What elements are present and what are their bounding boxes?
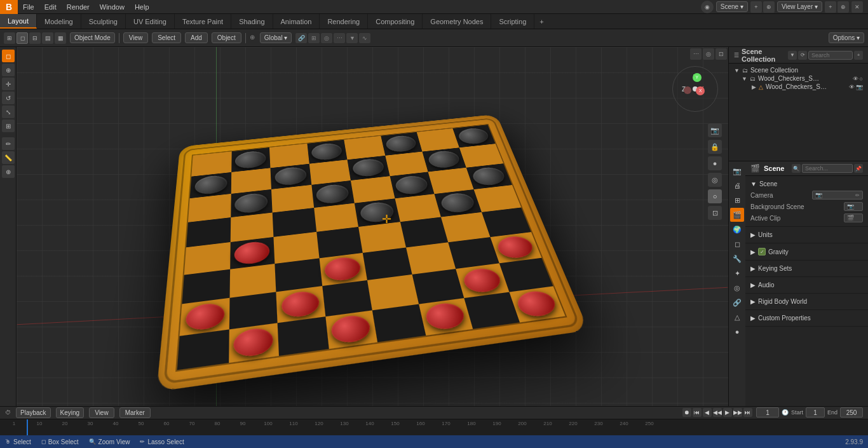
tab-layout[interactable]: Layout	[0, 14, 37, 29]
red-piece-7-3[interactable]	[330, 313, 372, 344]
skip-end-btn[interactable]: ⏭	[743, 408, 752, 417]
new-scene-btn[interactable]: +	[750, 1, 762, 13]
props-search-btn[interactable]: 🔍	[792, 164, 801, 173]
link-icon[interactable]: 🔗	[295, 33, 307, 43]
proportional-falloff-icon[interactable]: ⋯	[334, 33, 345, 43]
move-tool-btn[interactable]: ✛	[2, 78, 15, 90]
red-piece-5-7[interactable]	[494, 234, 536, 260]
world-props-btn[interactable]: 🌍	[730, 222, 744, 236]
tab-compositing[interactable]: Compositing	[368, 14, 423, 29]
tab-texture-paint[interactable]: Texture Paint	[175, 14, 231, 29]
outliner-sync-btn[interactable]: ⟳	[798, 51, 807, 60]
add-cube-btn[interactable]: ⊕	[2, 165, 15, 178]
timeline-view-btn[interactable]: View	[89, 407, 114, 418]
menu-window[interactable]: Window	[95, 0, 130, 13]
view-btn[interactable]: View	[123, 32, 149, 43]
tab-rendering[interactable]: Rendering	[320, 14, 368, 29]
black-piece-2-7[interactable]	[470, 166, 507, 186]
play-btn[interactable]: ▶	[723, 408, 732, 417]
black-piece-1-0[interactable]	[194, 174, 227, 195]
x-btn[interactable]: ✕	[851, 1, 863, 13]
tab-animation[interactable]: Animation	[273, 14, 320, 29]
obj-visibility-icon[interactable]: 👁	[849, 84, 855, 90]
start-frame[interactable]: 1	[806, 407, 825, 417]
active-clip-value[interactable]: 🎬	[844, 214, 863, 222]
copy-layer-btn[interactable]: ⊕	[837, 1, 849, 13]
red-piece-6-6[interactable]	[461, 266, 503, 294]
menu-help[interactable]: Help	[130, 0, 154, 13]
add-btn[interactable]: Add	[185, 32, 208, 43]
playback-dropdown[interactable]: Playback	[16, 407, 51, 418]
outliner-item-checkers-object[interactable]: ▶ △ Wood_Checkers_Set_Gar 👁 📷	[731, 83, 865, 91]
record-btn[interactable]: ⏺	[682, 408, 691, 417]
scene-section-title[interactable]: ▼ Scene	[750, 179, 863, 189]
wave-icon[interactable]: ∿	[359, 33, 370, 43]
output-props-btn[interactable]: 🖨	[730, 179, 744, 193]
bg-scene-value[interactable]: 📷	[844, 202, 863, 211]
black-piece-1-4[interactable]	[351, 158, 385, 178]
red-piece-7-7[interactable]	[514, 289, 559, 318]
copy-scene-btn[interactable]: ⊕	[763, 1, 775, 13]
visibility-icon[interactable]: 👁	[853, 76, 858, 82]
props-pin-btn[interactable]: 📌	[854, 164, 863, 173]
lock-camera-btn[interactable]: 🔒	[708, 140, 722, 154]
toolbar-icon-4[interactable]: ▤	[42, 32, 53, 44]
camera-value[interactable]: 📷 ✏	[812, 191, 863, 200]
current-frame[interactable]: 1	[756, 407, 779, 417]
rigid-body-section-title[interactable]: ▶ Rigid Body World	[750, 296, 863, 307]
timeline-body[interactable]: 1 10 20 30 40 50 60 70 80 90 100 110 120…	[0, 419, 868, 435]
red-piece-7-5[interactable]	[423, 301, 467, 332]
red-piece-4-1[interactable]	[234, 240, 269, 265]
add-workspace-btn[interactable]: +	[534, 18, 548, 25]
black-piece-1-2[interactable]	[274, 166, 307, 186]
magnet-icon[interactable]: ⊞	[308, 33, 320, 43]
skip-start-btn[interactable]: ⏮	[693, 408, 702, 417]
red-piece-6-0[interactable]	[184, 301, 224, 332]
tab-scripting[interactable]: Scripting	[491, 14, 534, 29]
render-props-btn[interactable]: 📷	[730, 164, 744, 178]
tab-uv-editing[interactable]: UV Editing	[126, 14, 175, 29]
physics-props-btn[interactable]: ◎	[730, 281, 744, 295]
tab-geometry-nodes[interactable]: Geometry Nodes	[423, 14, 491, 29]
options-dropdown[interactable]: Options ▾	[829, 32, 864, 43]
material-props-btn[interactable]: ●	[730, 325, 744, 339]
view-layer-selector[interactable]: View Layer ▾	[777, 1, 822, 12]
black-piece-0-1[interactable]	[235, 149, 266, 169]
outliner-search[interactable]	[808, 51, 853, 60]
black-piece-0-3[interactable]	[311, 142, 343, 161]
camera-edit-btn[interactable]: ✏	[855, 193, 860, 198]
keying-section-title[interactable]: ▶ Keying Sets	[750, 263, 863, 274]
menu-render[interactable]: Render	[62, 0, 95, 13]
wireframe-view-btn[interactable]: ⊡	[708, 206, 722, 220]
view-layer-props-btn[interactable]: ⊞	[730, 193, 744, 207]
constraints-props-btn[interactable]: 🔗	[730, 295, 744, 309]
annotate-tool-btn[interactable]: ✏	[2, 137, 15, 150]
red-piece-7-1[interactable]	[233, 326, 273, 358]
cursor-tool-btn[interactable]: ⊕	[2, 64, 15, 76]
outliner-item-checkers-collection[interactable]: ▼ 🗂 Wood_Checkers_Set_Game_B 👁 ○	[731, 74, 865, 83]
toolbar-icon-2[interactable]: ◻	[17, 32, 28, 44]
black-piece-2-3[interactable]	[315, 183, 349, 205]
viewport-overlay-icon[interactable]: ◎	[703, 48, 714, 60]
tab-sculpting[interactable]: Sculpting	[81, 14, 126, 29]
object-props-btn[interactable]: ◻	[730, 237, 744, 251]
proportional-icon[interactable]: ◎	[321, 33, 332, 43]
gravity-checkbox[interactable]: ✓	[758, 248, 766, 255]
viewport-shading-icon[interactable]: ⋯	[690, 48, 702, 60]
red-piece-5-3[interactable]	[323, 255, 362, 282]
custom-props-section-title[interactable]: ▶ Custom Properties	[750, 313, 863, 323]
measure-tool-btn[interactable]: 📏	[2, 151, 15, 164]
solid-view-btn[interactable]: ○	[708, 189, 722, 203]
camera-view-btn[interactable]: 📷	[708, 123, 722, 137]
props-search-input[interactable]	[802, 164, 853, 173]
end-frame[interactable]: 250	[840, 407, 863, 417]
black-piece-2-1[interactable]	[234, 192, 268, 214]
transform-dropdown[interactable]: Global ▾	[260, 32, 292, 43]
outliner-new-btn[interactable]: +	[854, 51, 863, 60]
reverse-play-btn[interactable]: ◀◀	[713, 408, 722, 417]
transform-tool-btn[interactable]: ⊞	[2, 119, 15, 132]
keying-dropdown[interactable]: Keying	[56, 407, 85, 418]
outliner-filter-btn[interactable]: ▼	[788, 51, 797, 60]
select-btn[interactable]: Select	[152, 32, 181, 43]
black-piece-1-6[interactable]	[426, 149, 461, 169]
